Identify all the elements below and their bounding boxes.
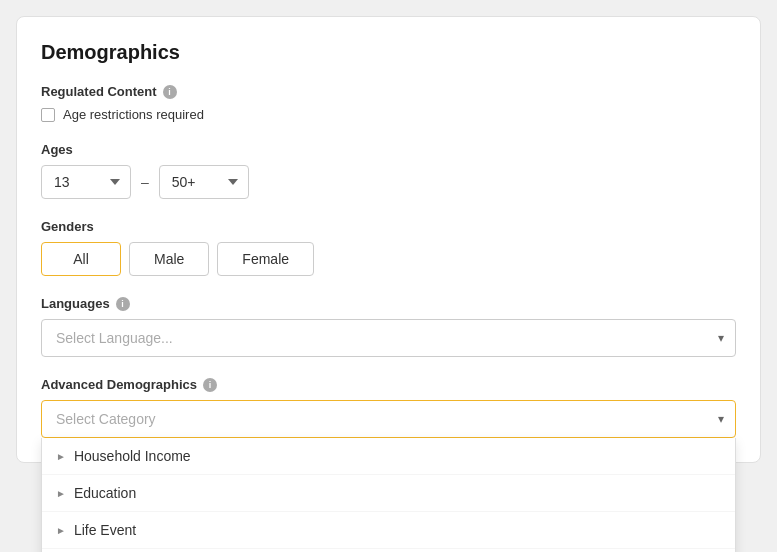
page-title: Demographics <box>41 41 736 64</box>
gender-male-button[interactable]: Male <box>129 242 209 276</box>
ages-row: 13 14 15 18 21 25 – 18 21 25 35 45 50+ <box>41 165 736 199</box>
advanced-demographics-label: Advanced Demographics i <box>41 377 736 392</box>
regulated-content-label: Regulated Content i <box>41 84 736 99</box>
advanced-dropdown-menu: ► Household Income ► Education ► Life Ev… <box>41 438 736 552</box>
dropdown-item-household-income[interactable]: ► Household Income <box>42 438 735 475</box>
demographics-card: Demographics Regulated Content i Age res… <box>16 16 761 463</box>
chevron-right-icon: ► <box>56 525 66 536</box>
advanced-demographics-info-icon[interactable]: i <box>203 378 217 392</box>
advanced-demographics-section: Advanced Demographics i Select Category … <box>41 377 736 438</box>
gender-female-button[interactable]: Female <box>217 242 314 276</box>
ages-label: Ages <box>41 142 736 157</box>
genders-label: Genders <box>41 219 736 234</box>
languages-info-icon[interactable]: i <box>116 297 130 311</box>
advanced-category-select[interactable]: Select Category ▾ <box>41 400 736 438</box>
genders-section: Genders All Male Female <box>41 219 736 276</box>
ages-section: Ages 13 14 15 18 21 25 – 18 21 25 35 45 <box>41 142 736 199</box>
advanced-dropdown-arrow: ▾ <box>718 412 724 426</box>
dropdown-item-education[interactable]: ► Education <box>42 475 735 512</box>
age-from-select[interactable]: 13 14 15 18 21 25 <box>41 165 131 199</box>
age-separator: – <box>141 174 149 190</box>
dropdown-item-life-event[interactable]: ► Life Event <box>42 512 735 549</box>
age-restrictions-label: Age restrictions required <box>63 107 204 122</box>
age-to-select[interactable]: 18 21 25 35 45 50+ <box>159 165 249 199</box>
gender-all-button[interactable]: All <box>41 242 121 276</box>
languages-label: Languages i <box>41 296 736 311</box>
chevron-right-icon: ► <box>56 488 66 499</box>
age-restrictions-checkbox[interactable] <box>41 108 55 122</box>
languages-section: Languages i Select Language... English S… <box>41 296 736 357</box>
language-dropdown-wrapper: Select Language... English Spanish Frenc… <box>41 319 736 357</box>
language-select[interactable]: Select Language... English Spanish Frenc… <box>41 319 736 357</box>
gender-buttons-group: All Male Female <box>41 242 736 276</box>
regulated-content-info-icon[interactable]: i <box>163 85 177 99</box>
chevron-right-icon: ► <box>56 451 66 462</box>
age-restrictions-row: Age restrictions required <box>41 107 736 122</box>
regulated-content-section: Regulated Content i Age restrictions req… <box>41 84 736 122</box>
advanced-dropdown-wrapper: Select Category ▾ ► Household Income ► E… <box>41 400 736 438</box>
